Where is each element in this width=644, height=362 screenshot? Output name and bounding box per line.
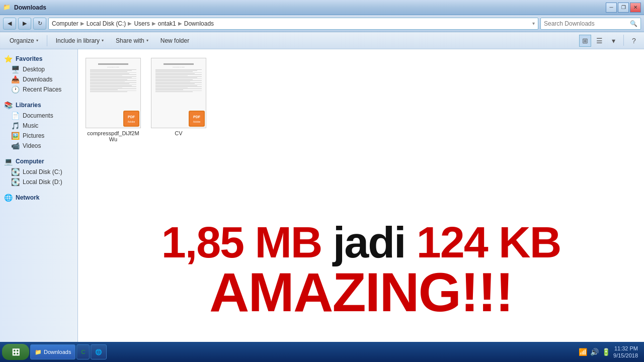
sidebar-downloads-label: Downloads xyxy=(23,76,52,83)
sidebar-videos-label: Videos xyxy=(23,142,41,149)
sidebar-recent-label: Recent Places xyxy=(23,86,61,93)
downloads-icon: 📥 xyxy=(11,75,20,83)
overlay-jadi-text: jadi xyxy=(333,217,417,267)
large-icons-view-button[interactable]: ⊞ xyxy=(579,35,591,47)
pdf-badge-1: PDF Adobe xyxy=(123,111,139,127)
refresh-button[interactable]: ↻ xyxy=(33,18,46,30)
overlay-size-before: 1,85 MB xyxy=(162,217,322,267)
share-with-label: Share with xyxy=(116,37,144,44)
sidebar-item-downloads[interactable]: 📥 Downloads xyxy=(0,74,77,84)
include-library-label: Include in library xyxy=(56,37,100,44)
toolbar-separator-1 xyxy=(47,35,47,46)
sidebar-item-pictures[interactable]: 🖼️ Pictures xyxy=(0,131,77,141)
back-button[interactable]: ◀ xyxy=(3,18,16,30)
svg-text:Adobe: Adobe xyxy=(128,120,135,123)
organize-arrow: ▾ xyxy=(36,38,38,43)
include-library-button[interactable]: Include in library ▾ xyxy=(50,34,109,47)
breadcrumb[interactable]: Computer ▶ Local Disk (C:) ▶ Users ▶ ont… xyxy=(48,18,538,30)
sidebar-computer-header[interactable]: 💻 Computer xyxy=(0,156,77,167)
clock-date: 9/15/2018 xyxy=(613,352,638,359)
breadcrumb-sep-3: ▶ xyxy=(152,21,156,26)
svg-text:PDF: PDF xyxy=(193,115,201,119)
sidebar-item-documents[interactable]: 📄 Documents xyxy=(0,111,77,121)
breadcrumb-localdisk[interactable]: Local Disk (C:) xyxy=(87,20,126,27)
videos-icon: 📹 xyxy=(11,142,20,150)
breadcrumb-user[interactable]: ontak1 xyxy=(158,20,176,27)
sidebar-section-favorites: ⭐ Favorites 🖥️ Desktop 📥 Downloads 🕐 Rec… xyxy=(0,53,77,95)
addressbar: ◀ ▶ ↻ Computer ▶ Local Disk (C:) ▶ Users… xyxy=(0,15,644,32)
share-with-button[interactable]: Share with ▾ xyxy=(110,34,154,47)
taskbar-explorer-icon: 📁 xyxy=(35,349,42,355)
sidebar-documents-label: Documents xyxy=(23,112,53,119)
doc-preview-1: DAFTAR RIWAYAT HIDUP xyxy=(86,58,140,128)
tray-volume-icon: 🔊 xyxy=(590,348,599,356)
main-area: ⭐ Favorites 🖥️ Desktop 📥 Downloads 🕐 Rec… xyxy=(0,49,644,348)
taskbar-item-explorer[interactable]: 📁 Downloads xyxy=(30,344,75,359)
sidebar-item-recent-places[interactable]: 🕐 Recent Places xyxy=(0,84,77,95)
breadcrumb-dropdown[interactable]: ▾ xyxy=(532,21,535,26)
overlay-line2: AMAZING!!! xyxy=(209,264,513,320)
breadcrumb-sep-4: ▶ xyxy=(178,21,182,26)
start-orb: ⊞ xyxy=(12,346,20,358)
taskbar-cutter-icon: C xyxy=(81,349,85,355)
desktop-icon: 🖥️ xyxy=(11,65,20,73)
sidebar-desktop-label: Desktop xyxy=(23,66,45,73)
favorites-star-icon: ⭐ xyxy=(4,55,13,63)
sidebar-libraries-header[interactable]: 📚 Libraries xyxy=(0,100,77,111)
file-list: DAFTAR RIWAYAT HIDUP xyxy=(78,49,644,151)
documents-icon: 📄 xyxy=(11,112,20,120)
titlebar: 📁 Downloads ─ ❐ ✕ xyxy=(0,0,644,15)
sidebar-network-label: Network xyxy=(16,194,39,201)
file-thumbnail-2: DAFTAR RIWAYAT HIDUP xyxy=(151,58,206,128)
taskbar-item-cutter[interactable]: C xyxy=(76,344,90,359)
breadcrumb-computer[interactable]: Computer xyxy=(52,20,78,27)
sidebar-item-desktop[interactable]: 🖥️ Desktop xyxy=(0,64,77,74)
sidebar-pictures-label: Pictures xyxy=(23,132,44,139)
sidebar-favorites-header[interactable]: ⭐ Favorites xyxy=(0,53,77,64)
tray-network-icon: 📶 xyxy=(579,348,587,356)
tray-battery-icon: 🔋 xyxy=(602,348,610,356)
organize-button[interactable]: Organize ▾ xyxy=(4,34,44,47)
pdf-badge-2: PDF Adobe xyxy=(189,111,205,127)
taskbar-item-chrome[interactable]: 🌐 xyxy=(91,344,107,359)
organize-label: Organize xyxy=(10,37,34,44)
sidebar-item-videos[interactable]: 📹 Videos xyxy=(0,141,77,151)
local-disk-d-icon: 💽 xyxy=(11,178,20,186)
forward-button[interactable]: ▶ xyxy=(18,18,31,30)
toolbar-view-controls: ⊞ ☰ ▾ ? xyxy=(579,35,640,47)
taskbar: ⊞ 📁 Downloads C 🌐 📶 🔊 🔋 11:32 PM 9/15/20… xyxy=(0,342,644,362)
window-icon: 📁 xyxy=(3,4,11,12)
start-button[interactable]: ⊞ xyxy=(2,344,29,360)
restore-button[interactable]: ❐ xyxy=(618,3,629,13)
svg-text:PDF: PDF xyxy=(128,115,135,119)
clock-time: 11:32 PM xyxy=(613,345,638,352)
sidebar-item-local-disk-c[interactable]: 💽 Local Disk (C:) xyxy=(0,167,77,177)
sidebar-local-disk-c-label: Local Disk (C:) xyxy=(23,168,62,175)
close-button[interactable]: ✕ xyxy=(630,3,641,13)
help-button[interactable]: ? xyxy=(628,35,640,47)
new-folder-button[interactable]: New folder xyxy=(155,34,195,47)
file-item-1[interactable]: DAFTAR RIWAYAT HIDUP xyxy=(83,54,143,146)
breadcrumb-users[interactable]: Users xyxy=(134,20,149,27)
titlebar-left: 📁 Downloads xyxy=(3,4,46,12)
window-controls: ─ ❐ ✕ xyxy=(606,3,641,13)
svg-rect-1 xyxy=(124,112,138,126)
sidebar: ⭐ Favorites 🖥️ Desktop 📥 Downloads 🕐 Rec… xyxy=(0,49,78,348)
details-view-button[interactable]: ☰ xyxy=(593,35,605,47)
sidebar-network-header[interactable]: 🌐 Network xyxy=(0,192,77,203)
view-options-button[interactable]: ▾ xyxy=(607,35,619,47)
sidebar-item-local-disk-d[interactable]: 💽 Local Disk (D:) xyxy=(0,177,77,187)
search-input[interactable] xyxy=(544,20,630,27)
file-item-2[interactable]: DAFTAR RIWAYAT HIDUP xyxy=(148,54,209,146)
toolbar-separator-2 xyxy=(623,35,624,46)
local-disk-c-icon: 💽 xyxy=(11,168,20,176)
taskbar-explorer-label: Downloads xyxy=(44,349,71,355)
breadcrumb-sep-1: ▶ xyxy=(80,21,85,26)
file-name-2: CV xyxy=(175,130,182,136)
search-bar[interactable]: 🔍 xyxy=(540,18,641,30)
breadcrumb-downloads[interactable]: Downloads xyxy=(184,20,214,27)
minimize-button[interactable]: ─ xyxy=(606,3,617,13)
sidebar-item-music[interactable]: 🎵 Music xyxy=(0,121,77,131)
new-folder-label: New folder xyxy=(160,37,189,44)
system-tray: 📶 🔊 🔋 11:32 PM 9/15/2018 xyxy=(575,345,642,359)
